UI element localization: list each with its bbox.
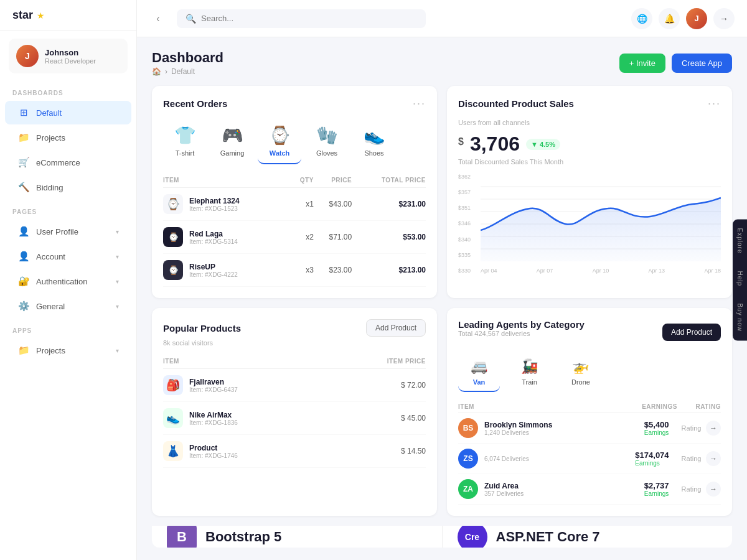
sales-description: Total Discounted Sales This Month	[458, 158, 721, 166]
col-qty: QTY	[291, 173, 314, 188]
agent-avatar: BS	[458, 418, 478, 438]
agent-deliveries: 1,240 Deliveries	[484, 429, 552, 436]
aspnet-banner[interactable]: Cre ASP.NET Core 7	[443, 526, 733, 548]
item-qty: x2	[291, 221, 314, 254]
chevron-down-icon: ▾	[116, 303, 119, 310]
item-id: Item: #XDG-1523	[189, 205, 240, 212]
drone-icon: 🚁	[572, 358, 589, 375]
search-icon: 🔍	[186, 14, 196, 24]
bootstrap-text: Bootstrap 5	[205, 529, 281, 545]
topbar-avatar[interactable]: J	[686, 8, 707, 29]
cards-row: Recent Orders ··· 👕 T-shirt 🎮 Gaming ⌚	[152, 86, 732, 298]
currency-symbol: $	[458, 136, 464, 147]
logo-star: ★	[37, 11, 45, 21]
arrow-right-icon-button[interactable]: →	[713, 8, 735, 29]
tab-gaming[interactable]: 🎮 Gaming	[210, 119, 254, 164]
bootstrap-banner[interactable]: B Bootstrap 5	[152, 526, 443, 548]
sidebar: star★ J Johnson React Developer DASHBOAR…	[0, 0, 137, 560]
add-product-dark-button[interactable]: Add Product	[662, 324, 721, 341]
chevron-down-icon: ▾	[116, 347, 119, 354]
shoes-icon: 👟	[364, 125, 385, 146]
user-profile-card[interactable]: J Johnson React Developer	[9, 39, 128, 73]
item-image: ⌚	[163, 227, 183, 247]
orders-table: ITEM QTY PRICE TOTAL PRICE ⌚	[163, 173, 426, 287]
user-role: React Developer	[45, 57, 96, 65]
sidebar-item-account[interactable]: 👤 Account ▾	[5, 245, 131, 268]
tab-drone[interactable]: 🚁 Drone	[559, 353, 603, 392]
globe-icon-button[interactable]: 🌐	[631, 8, 652, 29]
agent-avatar: ZA	[458, 479, 478, 499]
sidebar-item-label: User Profile	[36, 227, 110, 236]
sidebar-item-label: Authentication	[36, 277, 110, 286]
section-apps: APPS	[0, 319, 136, 338]
tab-shoes[interactable]: 👟 Shoes	[352, 119, 396, 164]
agent-earnings-amount: $5,400	[644, 420, 669, 429]
bottom-row: Popular Products Add Product 8k social v…	[152, 308, 732, 516]
gaming-icon: 🎮	[222, 125, 243, 146]
tab-train[interactable]: 🚂 Train	[509, 353, 550, 392]
col-item: ITEM	[163, 354, 336, 369]
tab-van[interactable]: 🚐 Van	[458, 353, 500, 392]
topbar-right: 🌐 🔔 J →	[631, 8, 735, 29]
grid-icon: ⊞	[17, 106, 30, 119]
tshirt-icon: 👕	[174, 125, 196, 146]
products-header: Popular Products Add Product	[163, 319, 426, 337]
item-id: Item: #XDG-1836	[189, 419, 238, 426]
rating-arrow-icon[interactable]: →	[706, 421, 721, 436]
table-row: ⌚ RiseUP Item: #XDG-4222 x3 $23.00 $213.…	[163, 254, 426, 287]
sidebar-item-general[interactable]: ⚙️ General ▾	[5, 294, 131, 318]
item-price: $43.00	[314, 188, 352, 221]
chart-x-label: Apr 10	[593, 268, 609, 274]
products-subtitle: 8k social visitors	[163, 339, 426, 347]
item-image: ⌚	[163, 194, 183, 214]
products-title: Popular Products	[163, 323, 241, 334]
right-panel: ‹ 🔍 🌐 🔔 J → Dashboard 🏠 › Default	[137, 0, 747, 560]
agents-table: ITEM EARNINGS RATING BS Brooklyn Simmons…	[458, 401, 721, 505]
help-floater-button[interactable]: Help	[733, 262, 747, 295]
buy-now-floater-button[interactable]: Buy now	[733, 295, 747, 340]
agent-deliveries: 6,074 Deliveries	[484, 455, 529, 462]
sidebar-logo: star★	[0, 0, 136, 31]
rating-label: Rating	[682, 485, 702, 493]
add-product-button[interactable]: Add Product	[366, 319, 426, 337]
agent-row: BS Brooklyn Simmons 1,240 Deliveries $5,…	[458, 413, 721, 444]
category-tabs: 👕 T-shirt 🎮 Gaming ⌚ Watch 🧤 Gloves	[163, 119, 426, 164]
sidebar-item-label: Bidding	[36, 183, 119, 192]
search-input[interactable]	[201, 14, 417, 23]
card-menu-icon[interactable]: ···	[708, 97, 721, 110]
agent-avatar: ZS	[458, 449, 478, 469]
breadcrumb-sep: ›	[165, 67, 167, 76]
tab-gloves[interactable]: 🧤 Gloves	[305, 119, 349, 164]
sidebar-item-user-profile[interactable]: 👤 User Profile ▾	[5, 220, 131, 243]
sidebar-toggle-button[interactable]: ‹	[149, 10, 167, 27]
sidebar-item-default[interactable]: ⊞ Default	[5, 101, 131, 124]
agents-table-header: ITEM EARNINGS RATING	[458, 401, 721, 413]
item-id: Item: #XDG-1746	[189, 452, 238, 459]
cart-icon: 🛒	[17, 156, 30, 169]
agents-subtitle: Total 424,567 deliveries	[458, 330, 585, 337]
sidebar-item-authentication[interactable]: 🔐 Authentication ▾	[5, 269, 131, 293]
bootstrap-logo: B	[167, 526, 197, 548]
sidebar-item-ecommerce[interactable]: 🛒 eCommerce	[5, 151, 131, 174]
notification-icon-button[interactable]: 🔔	[659, 8, 680, 29]
sidebar-item-bidding[interactable]: 🔨 Bidding	[5, 175, 131, 199]
chart-x-label: Apr 04	[481, 268, 497, 274]
tab-watch[interactable]: ⌚ Watch	[258, 119, 301, 164]
agent-name: Zuid Area	[484, 482, 524, 490]
create-app-button[interactable]: Create App	[672, 54, 732, 73]
sidebar-item-projects[interactable]: 📁 Projects	[5, 126, 131, 149]
chart-svg	[481, 174, 721, 261]
explore-floater-button[interactable]: Explore	[733, 220, 747, 263]
chart-y-labels: $362 $357 $351 $346 $340 $335 $330	[458, 174, 471, 274]
col-earnings: EARNINGS	[621, 403, 677, 410]
sidebar-item-apps-projects[interactable]: 📁 Projects ▾	[5, 338, 131, 362]
page-title: Dashboard	[152, 50, 223, 66]
invite-button[interactable]: + Invite	[619, 54, 665, 73]
item-qty: x1	[291, 188, 314, 221]
rating-arrow-icon[interactable]: →	[706, 482, 721, 497]
item-id: Item: #XDG-5314	[189, 238, 238, 245]
item-total: $53.00	[352, 221, 426, 254]
tab-tshirt[interactable]: 👕 T-shirt	[163, 119, 207, 164]
card-menu-icon[interactable]: ···	[413, 97, 426, 110]
rating-arrow-icon[interactable]: →	[706, 451, 721, 466]
